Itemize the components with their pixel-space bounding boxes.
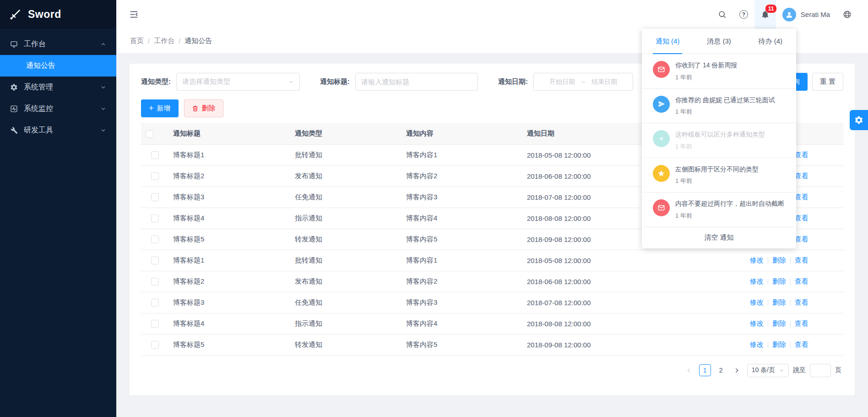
username: Serati Ma [801, 11, 830, 18]
search-icon[interactable] [711, 0, 733, 29]
help-icon[interactable]: ? [733, 0, 754, 29]
breadcrumb-home[interactable]: 首页 [130, 37, 144, 45]
cell-title: 博客标题5 [168, 334, 290, 355]
tab-notice[interactable]: 通知 (4) [642, 29, 693, 54]
delete-button[interactable]: 删除 [184, 99, 223, 117]
cell-content: 博客内容1 [401, 250, 522, 271]
sidebar-item-workbench[interactable]: 工作台 [0, 33, 116, 55]
view-link[interactable]: 查看 [795, 298, 808, 306]
send-icon [653, 96, 670, 113]
theme-settings-button[interactable] [850, 110, 868, 130]
view-link[interactable]: 查看 [795, 151, 808, 159]
plus-icon: + [653, 130, 670, 147]
table-row: 博客标题1 批转通知 博客内容1 2018-05-08 12:00:00 修改删… [141, 250, 843, 271]
desktop-icon [10, 40, 18, 48]
mail-icon [653, 199, 670, 216]
view-link[interactable]: 查看 [795, 193, 808, 201]
tab-message[interactable]: 消息 (3) [693, 29, 744, 54]
column-date: 通知日期 [522, 123, 651, 144]
prev-page-icon[interactable] [683, 364, 695, 376]
cell-type: 指示通知 [290, 208, 401, 229]
user-menu[interactable]: Serati Ma [776, 0, 836, 29]
row-checkbox[interactable] [151, 278, 159, 285]
notification-body: 这种模板可以区分多种通知类型 1 年前 [675, 130, 765, 151]
edit-link[interactable]: 修改 [750, 277, 764, 285]
notice-type-select[interactable]: 请选择通知类型 [176, 73, 300, 91]
app-logo: Sword [0, 0, 116, 29]
cell-type: 发布通知 [290, 271, 401, 292]
next-page-icon[interactable] [731, 364, 743, 376]
date-end-placeholder: 结束日期 [591, 78, 617, 86]
row-checkbox[interactable] [151, 172, 159, 180]
notice-title-input[interactable] [355, 73, 478, 91]
menu-fold-icon[interactable] [126, 7, 141, 22]
notification-item[interactable]: ★ 左侧图标用于区分不同的类型 1 年前 [642, 158, 796, 193]
page-number-2[interactable]: 2 [715, 364, 727, 376]
cell-date: 2018-06-08 12:00:00 [522, 271, 651, 292]
notification-item[interactable]: 你收到了 14 份新周报 1 年前 [642, 54, 796, 89]
row-checkbox[interactable] [151, 299, 159, 307]
notification-item[interactable]: 内容不要超过两行字，超出时自动截断 1 年前 [642, 192, 796, 227]
add-button[interactable]: + 新增 [141, 99, 179, 117]
notification-title: 内容不要超过两行字，超出时自动截断 [675, 199, 784, 208]
view-link[interactable]: 查看 [795, 340, 808, 348]
sidebar-item-label: 研发工具 [24, 126, 53, 135]
date-range-picker[interactable]: 开始日期 ~ 结束日期 [533, 73, 633, 91]
top-header: ? 11 Serati Ma [116, 0, 868, 29]
column-content: 通知内容 [401, 123, 522, 144]
view-link[interactable]: 查看 [795, 319, 808, 327]
notification-time: 1 年前 [675, 108, 692, 115]
sidebar-item-devtools[interactable]: 研发工具 [0, 120, 116, 141]
sidebar-item-system[interactable]: 系统管理 [0, 77, 116, 98]
row-checkbox[interactable] [151, 257, 159, 264]
delete-link[interactable]: 删除 [772, 277, 786, 285]
star-icon: ★ [653, 165, 670, 182]
page-number-1[interactable]: 1 [699, 364, 711, 376]
edit-link[interactable]: 修改 [750, 319, 764, 327]
delete-link[interactable]: 删除 [772, 298, 786, 306]
breadcrumb-workbench[interactable]: 工作台 [154, 37, 174, 45]
row-checkbox[interactable] [151, 341, 159, 349]
notification-item-read[interactable]: + 这种模板可以区分多种通知类型 1 年前 [642, 123, 796, 158]
cell-date: 2018-09-08 12:00:00 [522, 229, 651, 250]
view-link[interactable]: 查看 [795, 277, 808, 285]
row-checkbox[interactable] [151, 193, 159, 201]
table-row: 博客标题5 转发通知 博客内容5 2018-09-08 12:00:00 修改删… [141, 334, 843, 355]
delete-link[interactable]: 删除 [772, 340, 786, 348]
filter-title-label: 通知标题: [320, 77, 350, 86]
row-checkbox[interactable] [151, 320, 159, 328]
view-link[interactable]: 查看 [795, 256, 808, 264]
notification-body: 你推荐的 曲妮妮 已通过第三轮面试 1 年前 [675, 96, 775, 116]
view-link[interactable]: 查看 [795, 235, 808, 243]
select-all-checkbox[interactable] [146, 130, 153, 138]
view-link[interactable]: 查看 [795, 214, 808, 222]
page-size-select[interactable]: 10 条/页 [747, 364, 789, 377]
cell-title: 博客标题4 [168, 313, 290, 334]
row-checkbox[interactable] [151, 214, 159, 222]
filter-group-type: 通知类型: 请选择通知类型 [141, 73, 300, 91]
edit-link[interactable]: 修改 [750, 298, 764, 306]
reset-button[interactable]: 重 置 [812, 73, 843, 91]
language-globe-icon[interactable] [836, 0, 858, 29]
clear-notifications-button[interactable]: 清空 通知 [642, 227, 796, 248]
cell-date: 2018-08-08 12:00:00 [522, 208, 651, 229]
cell-content: 博客内容4 [401, 313, 522, 334]
sidebar-item-monitor[interactable]: 系统监控 [0, 98, 116, 120]
avatar [782, 8, 796, 22]
row-checkbox[interactable] [151, 236, 159, 243]
delete-link[interactable]: 删除 [772, 256, 786, 264]
sidebar-item-notice[interactable]: 通知公告 [0, 55, 116, 77]
delete-link[interactable]: 删除 [772, 319, 786, 327]
date-start-placeholder: 开始日期 [549, 78, 575, 86]
tab-todo[interactable]: 待办 (4) [745, 29, 796, 54]
row-checkbox[interactable] [151, 151, 159, 159]
notification-item[interactable]: 你推荐的 曲妮妮 已通过第三轮面试 1 年前 [642, 89, 796, 124]
edit-link[interactable]: 修改 [750, 340, 764, 348]
edit-link[interactable]: 修改 [750, 256, 764, 264]
notification-body: 左侧图标用于区分不同的类型 1 年前 [675, 165, 759, 186]
cell-type: 指示通知 [290, 313, 401, 334]
notification-bell-button[interactable]: 11 [754, 0, 776, 29]
jump-page-input[interactable] [810, 364, 831, 377]
view-link[interactable]: 查看 [795, 172, 808, 180]
cell-title: 博客标题2 [168, 271, 290, 292]
